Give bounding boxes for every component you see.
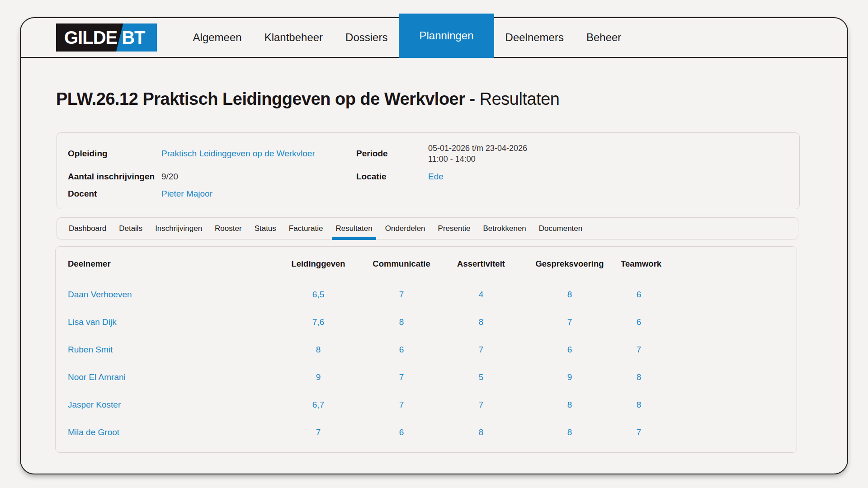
score-communicatie[interactable]: 6 [359,345,443,355]
score-communicatie[interactable]: 7 [359,290,443,300]
periode-label: Periode [356,149,428,159]
score-gespreksvoering[interactable]: 8 [519,427,621,437]
table-row: Lisa van Dijk 7,6 8 8 7 6 [68,308,784,336]
table-row: Ruben Smit 8 6 7 6 7 [68,336,784,363]
tab-inschrijvingen[interactable]: Inschrijvingen [149,218,208,239]
logo-text-gilde: GILDE [64,28,117,47]
docent-link[interactable]: Pieter Majoor [161,189,212,198]
tab-onderdelen[interactable]: Onderdelen [379,218,432,239]
score-leidinggeven[interactable]: 6,5 [277,290,359,300]
score-gespreksvoering[interactable]: 9 [519,372,621,382]
opleiding-link[interactable]: Praktisch Leidinggeven op de Werkvloer [161,149,315,158]
score-assertiviteit[interactable]: 7 [443,400,519,410]
table-row: Jasper Koster 6,7 7 7 8 8 [68,391,784,418]
score-teamwork[interactable]: 8 [621,400,657,410]
score-leidinggeven[interactable]: 8 [277,345,359,355]
score-gespreksvoering[interactable]: 6 [519,345,621,355]
score-assertiviteit[interactable]: 8 [443,317,519,327]
gilde-bt-logo[interactable]: GILDE BT [56,23,157,52]
score-teamwork[interactable]: 8 [621,372,657,382]
tab-status[interactable]: Status [248,218,283,239]
tab-rooster[interactable]: Rooster [208,218,248,239]
page-title-suffix: Resultaten [480,89,560,108]
tab-facturatie[interactable]: Facturatie [283,218,330,239]
column-header-assertiviteit: Assertiviteit [443,259,519,269]
opleiding-label: Opleiding [68,149,161,159]
top-navigation-bar: GILDE BT Algemeen Klantbeheer Dossiers P… [21,18,847,58]
score-communicatie[interactable]: 7 [359,400,443,410]
tab-resultaten[interactable]: Resultaten [329,218,378,239]
participant-link[interactable]: Mila de Groot [68,427,277,437]
docent-label: Docent [68,189,161,199]
nav-item-beheer[interactable]: Beheer [575,18,632,57]
tab-documenten[interactable]: Documenten [533,218,589,239]
score-assertiviteit[interactable]: 7 [443,345,519,355]
tab-presentie[interactable]: Presentie [432,218,477,239]
column-header-communicatie: Communicatie [359,259,443,269]
column-header-teamwork: Teamwork [621,259,657,269]
section-tab-bar: Dashboard Details Inschrijvingen Rooster… [57,217,798,239]
logo-text-bt: BT [122,28,145,47]
nav-item-deelnemers[interactable]: Deelnemers [494,18,575,57]
score-leidinggeven[interactable]: 9 [277,372,359,382]
table-row: Noor El Amrani 9 7 5 9 8 [68,363,784,391]
participant-link[interactable]: Jasper Koster [68,400,277,410]
locatie-link[interactable]: Ede [428,172,443,181]
aantal-inschrijvingen-value: 9/20 [161,172,356,182]
column-header-leidinggeven: Leidinggeven [277,259,359,269]
periode-value: 05-01-2026 t/m 23-04-2026 11:00 - 14:00 [428,143,788,164]
aantal-inschrijvingen-label: Aantal inschrijvingen [68,172,161,182]
score-leidinggeven[interactable]: 7,6 [277,317,359,327]
tab-details[interactable]: Details [113,218,149,239]
page-title-main: PLW.26.12 Praktisch Leidinggeven op de W… [56,89,475,108]
page-title: PLW.26.12 Praktisch Leidinggeven op de W… [56,89,847,109]
participant-link[interactable]: Lisa van Dijk [68,317,277,327]
score-communicatie[interactable]: 8 [359,317,443,327]
score-communicatie[interactable]: 7 [359,372,443,382]
main-nav: Algemeen Klantbeheer Dossiers Planningen… [182,18,633,57]
score-gespreksvoering[interactable]: 7 [519,317,621,327]
app-window: GILDE BT Algemeen Klantbeheer Dossiers P… [20,17,848,474]
course-info-panel: Opleiding Praktisch Leidinggeven op de W… [57,132,800,209]
score-teamwork[interactable]: 7 [621,345,657,355]
nav-item-planningen[interactable]: Planningen [399,14,494,58]
periode-times: 11:00 - 14:00 [428,154,788,164]
table-header-row: Deelnemer Leidinggeven Communicatie Asse… [68,247,784,281]
participant-link[interactable]: Noor El Amrani [68,372,277,382]
score-gespreksvoering[interactable]: 8 [519,290,621,300]
table-row: Mila de Groot 7 6 8 8 7 [68,418,784,446]
score-assertiviteit[interactable]: 5 [443,372,519,382]
participant-link[interactable]: Daan Verhoeven [68,290,277,300]
score-leidinggeven[interactable]: 7 [277,427,359,437]
score-communicatie[interactable]: 6 [359,427,443,437]
column-header-gespreksvoering: Gespreksvoering [519,259,621,269]
participant-link[interactable]: Ruben Smit [68,345,277,355]
column-header-deelnemer: Deelnemer [68,259,277,269]
nav-item-algemeen[interactable]: Algemeen [182,18,253,57]
score-assertiviteit[interactable]: 8 [443,427,519,437]
score-leidinggeven[interactable]: 6,7 [277,400,359,410]
table-row: Daan Verhoeven 6,5 7 4 8 6 [68,281,784,308]
nav-item-dossiers[interactable]: Dossiers [334,18,399,57]
score-gespreksvoering[interactable]: 8 [519,400,621,410]
tab-dashboard[interactable]: Dashboard [62,218,113,239]
score-teamwork[interactable]: 6 [621,290,657,300]
tab-betrokkenen[interactable]: Betrokkenen [476,218,532,239]
score-assertiviteit[interactable]: 4 [443,290,519,300]
nav-item-klantbeheer[interactable]: Klantbeheer [253,18,334,57]
results-table: Deelnemer Leidinggeven Communicatie Asse… [55,246,797,453]
score-teamwork[interactable]: 6 [621,317,657,327]
locatie-label: Locatie [356,172,428,182]
score-teamwork[interactable]: 7 [621,427,657,437]
periode-dates: 05-01-2026 t/m 23-04-2026 [428,143,788,154]
